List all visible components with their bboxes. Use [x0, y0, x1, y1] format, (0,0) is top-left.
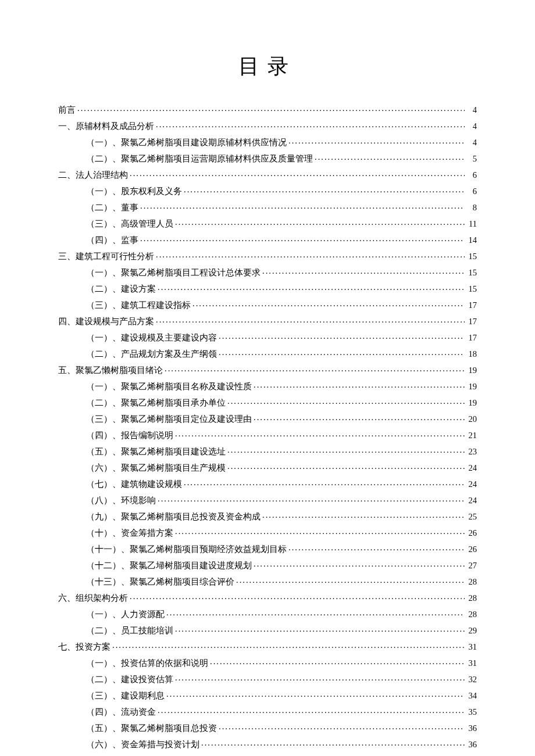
toc-entry-label: （四）、监事 [86, 236, 138, 245]
toc-entry-page: 21 [466, 431, 477, 440]
toc-entry-page: 28 [466, 610, 477, 619]
toc-entry: （一）、聚氯乙烯树脂项目工程设计总体要求15 [58, 263, 477, 280]
toc-entry: （二）、聚氯乙烯树脂项目承办单位19 [58, 393, 477, 410]
toc-entry: （三）、建筑工程建设指标17 [58, 296, 477, 312]
toc-entry-page: 36 [466, 724, 477, 733]
toc-entry: 前言4 [58, 101, 477, 117]
toc-entry-label: （二）、董事 [86, 203, 138, 212]
toc-dots [219, 348, 465, 357]
toc-dots [315, 153, 465, 162]
toc-dots [201, 739, 465, 747]
toc-dots [184, 478, 465, 487]
toc-entry-label: 四、建设规模与产品方案 [58, 317, 154, 326]
toc-dots [175, 625, 465, 633]
toc-entry-page: 31 [466, 643, 477, 651]
toc-entry-label: （一）、建设规模及主要建设内容 [86, 334, 217, 342]
toc-entry-page: 4 [466, 122, 477, 131]
toc-dots [288, 137, 465, 145]
toc-entry: 四、建设规模与产品方案17 [58, 312, 477, 328]
toc-entry-page: 4 [466, 106, 477, 114]
toc-entry: （一）、建设规模及主要建设内容17 [58, 328, 477, 345]
toc-entry-label: （十）、资金筹措方案 [86, 529, 173, 538]
toc-entry-label: （四）、报告编制说明 [86, 431, 173, 440]
toc-dots [227, 446, 465, 454]
toc-entry: 七、投资方案31 [58, 637, 477, 654]
toc-entry: （五）、聚氯乙烯树脂项目总投资36 [58, 719, 477, 735]
toc-entry-page: 29 [466, 626, 477, 635]
toc-entry-page: 11 [466, 220, 477, 228]
document-page: 目录 前言4一、原辅材料及成品分析4（一）、聚氯乙烯树脂项目建设期原辅材料供应情… [0, 0, 535, 756]
toc-dots [130, 169, 465, 178]
toc-entry: （一）、投资估算的依据和说明31 [58, 654, 477, 670]
toc-dots [175, 673, 465, 682]
toc-entry-label: （三）、高级管理人员 [86, 220, 173, 228]
toc-entry-page: 32 [466, 675, 477, 684]
toc-entry: （二）、董事8 [58, 198, 477, 214]
toc-entry-page: 17 [466, 317, 477, 326]
toc-entry-label: （一）、股东权利及义务 [86, 187, 182, 196]
toc-dots [227, 397, 465, 406]
toc-entry-label: （六）、聚氯乙烯树脂项目生产规模 [86, 464, 226, 472]
toc-entry-label: 五、聚氯乙懒树脂项目绪论 [58, 366, 163, 375]
toc-entry: 五、聚氯乙懒树脂项目绪论19 [58, 361, 477, 377]
toc-entry-page: 18 [466, 350, 477, 359]
toc-entry-label: （十三）、聚氯乙烯树脂项目综合评价 [86, 578, 234, 586]
toc-entry-label: 六、组织架构分析 [58, 594, 128, 603]
toc-entry-label: （二）、员工技能培训 [86, 626, 173, 635]
toc-dots [175, 429, 465, 438]
toc-entry-page: 17 [466, 334, 477, 342]
toc-entry-label: （二）、建设投资估算 [86, 675, 173, 684]
toc-dots [175, 527, 465, 536]
toc-dots [130, 592, 465, 601]
toc-dots [262, 267, 465, 275]
toc-dots [175, 218, 465, 227]
toc-entry-page: 19 [466, 399, 477, 407]
toc-container: 前言4一、原辅材料及成品分析4（一）、聚氯乙烯树脂项目建设期原辅材料供应情况4（… [58, 101, 477, 756]
toc-entry-label: （一）、投资估算的依据和说明 [86, 659, 208, 668]
toc-dots [184, 185, 465, 194]
toc-entry: （五）、聚氯乙烯树脂项目建设选址23 [58, 442, 477, 458]
toc-entry-page: 5 [466, 155, 477, 163]
toc-entry: （七）、建筑物建设规模24 [58, 475, 477, 491]
toc-entry-page: 6 [466, 171, 477, 180]
toc-entry: 一、原辅材料及成品分析4 [58, 117, 477, 133]
toc-dots [219, 332, 465, 341]
toc-dots [165, 364, 465, 373]
toc-entry-label: （九）、聚氯乙烯树脂项目总投资及资金构成 [86, 513, 261, 521]
toc-entry-page: 23 [466, 447, 477, 456]
toc-entry-label: （三）、建筑工程建设指标 [86, 301, 191, 310]
toc-entry: 二、法人治理结构6 [58, 166, 477, 182]
toc-entry: 六、组织架构分析28 [58, 589, 477, 605]
toc-entry-page: 35 [466, 708, 477, 716]
toc-dots [156, 316, 465, 324]
toc-dots [288, 543, 465, 552]
toc-entry: （六）、资金筹措与投资计划36 [58, 735, 477, 751]
toc-entry: （三）、聚氯乙烯树脂项目定位及建设理由20 [58, 410, 477, 426]
toc-entry-page: 34 [466, 691, 477, 700]
toc-entry: （十）、资金筹措方案26 [58, 524, 477, 540]
toc-dots [166, 690, 465, 698]
toc-entry-label: （六）、资金筹措与投资计划 [86, 740, 199, 749]
toc-dots [166, 608, 465, 617]
toc-entry-label: （三）、建设期利息 [86, 691, 165, 700]
toc-entry-label: （一）、聚氯乙烯树脂项目建设期原辅材料供应情况 [86, 138, 287, 147]
toc-dots [227, 462, 465, 471]
toc-entry: （十三）、聚氯乙烯树脂项目综合评价28 [58, 572, 477, 589]
toc-dots [254, 413, 465, 422]
toc-entry-page: 8 [466, 203, 477, 212]
toc-entry-page: 15 [466, 285, 477, 293]
toc-entry-page: 14 [466, 236, 477, 245]
toc-entry-label: （十二）、聚氯乙埽树脂项目建设进度规划 [86, 561, 252, 570]
toc-entry-label: （四）、流动资金 [86, 708, 156, 716]
toc-entry-page: 15 [466, 252, 477, 261]
toc-entry: （一）、人力资源配28 [58, 605, 477, 621]
toc-entry-page: 19 [466, 366, 477, 375]
toc-entry-label: 一、原辅材料及成品分析 [58, 122, 154, 131]
toc-entry: （六）、聚氯乙烯树脂项目生产规模24 [58, 458, 477, 475]
toc-entry-page: 15 [466, 268, 477, 277]
toc-dots [158, 495, 465, 503]
toc-entry-page: 24 [466, 496, 477, 505]
toc-entry-label: （一）、聚氯乙烯树脂项目工程设计总体要求 [86, 268, 261, 277]
toc-entry: （一）、聚氯乙烯树脂项目名称及建设性质19 [58, 377, 477, 393]
toc-dots [254, 381, 465, 389]
